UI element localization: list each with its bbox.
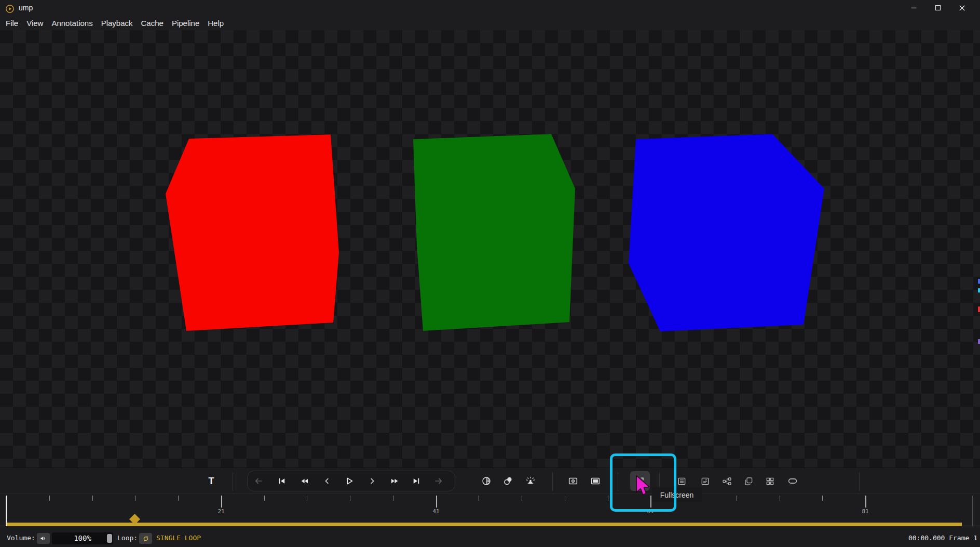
fast-forward-button[interactable] [386, 473, 403, 489]
step-back-button[interactable] [319, 473, 335, 489]
timeline-tick [479, 496, 479, 501]
render-frame-icon-button[interactable] [565, 473, 581, 489]
maximize-button[interactable] [926, 0, 950, 16]
app-logo-play-icon [5, 4, 15, 14]
menu-item-view[interactable]: View [22, 17, 47, 30]
timeline-frame-label: 21 [217, 508, 224, 515]
volume-slider[interactable]: 100% [52, 532, 113, 544]
timeline-tick [865, 496, 866, 508]
backlight-icon-button[interactable] [522, 473, 539, 489]
menu-bar: FileViewAnnotationsPlaybackCachePipeline… [0, 16, 980, 30]
volume-label: Volume: [7, 534, 35, 542]
timeline-edge-marker [978, 306, 980, 312]
title-bar: ump [0, 0, 980, 16]
play-button[interactable] [341, 473, 358, 489]
loop-mode-value: SINGLE LOOP [156, 534, 201, 542]
red-cube-face [166, 135, 339, 331]
timeline-tick [307, 496, 307, 501]
mouse-cursor [634, 475, 652, 501]
layout-grid-icon-button[interactable] [761, 473, 778, 489]
timeline-tick [608, 496, 608, 501]
color-cylinder-icon-button[interactable] [500, 473, 516, 489]
toolbar-divider [552, 472, 553, 491]
status-bar: Volume: 100% Loop: SINGLE LOOP 00:00.000… [0, 527, 980, 547]
layers-icon-button[interactable] [740, 473, 757, 489]
green-cube-face [413, 134, 575, 331]
timeline-tick [393, 496, 393, 501]
step-forward-button[interactable] [364, 473, 380, 489]
toolbar-divider [233, 472, 233, 491]
display-mask-icon-button[interactable] [587, 473, 604, 489]
timeline-tick [780, 496, 780, 501]
cache-progress-bar [6, 523, 962, 526]
timeline-frame-label: 81 [862, 508, 868, 515]
render-shapes [0, 30, 980, 468]
skip-to-start-button[interactable] [274, 473, 290, 489]
window-controls [902, 0, 974, 16]
toolbar-divider [859, 472, 860, 491]
menu-item-annotations[interactable]: Annotations [47, 17, 97, 30]
skip-to-end-button[interactable] [408, 473, 425, 489]
contrast-icon-button[interactable] [478, 473, 495, 489]
jump-to-previous-arrow-button[interactable] [250, 473, 267, 489]
volume-slider-handle[interactable] [107, 534, 112, 543]
jump-to-next-arrow-button[interactable] [430, 473, 447, 489]
playhead[interactable] [6, 496, 7, 526]
timeline-tick [221, 496, 222, 508]
node-graph-icon-button[interactable] [718, 473, 735, 489]
menu-item-playback[interactable]: Playback [97, 17, 137, 30]
timeline-frame-label: 41 [432, 508, 439, 515]
timeline-tick [436, 496, 437, 508]
close-button[interactable] [950, 0, 974, 16]
menu-item-pipeline[interactable]: Pipeline [168, 17, 203, 30]
playback-toolbar: T [0, 468, 980, 493]
timeline-tick [92, 496, 93, 501]
timeline-edge-marker [978, 288, 980, 292]
timeline-tick [350, 496, 350, 501]
menu-item-file[interactable]: File [2, 17, 22, 30]
viewport-canvas[interactable] [0, 30, 980, 468]
timeline-tick [522, 496, 522, 501]
timeline-tick [178, 496, 179, 501]
timeline-right-border [972, 496, 973, 526]
timeline-ruler[interactable]: 21416181 [0, 493, 980, 526]
timecode-display: 00:00.000 Frame 1 [908, 534, 977, 542]
volume-value: 100% [52, 534, 113, 542]
letterbox-icon-button[interactable] [784, 473, 801, 489]
loop-mode-button[interactable] [139, 533, 152, 544]
timeline-tick [264, 496, 265, 501]
fast-rewind-button[interactable] [296, 473, 313, 489]
mute-button[interactable] [37, 533, 50, 544]
timeline-edge-marker [978, 279, 980, 284]
blue-cube-face [629, 134, 824, 331]
timeline-tick [49, 496, 50, 501]
minimize-button[interactable] [902, 0, 926, 16]
menu-item-help[interactable]: Help [203, 17, 228, 30]
timeline-tick [565, 496, 565, 501]
timeline-tick [737, 496, 737, 501]
timeline-tick [822, 496, 823, 501]
timeline-tick [135, 496, 135, 501]
annotation-text-tool-label: T [209, 476, 214, 487]
loop-label: Loop: [117, 534, 138, 542]
app-title: ump [19, 4, 33, 12]
menu-item-cache[interactable]: Cache [137, 17, 168, 30]
timeline-edge-marker [978, 339, 980, 344]
annotation-text-tool-button[interactable]: T [203, 473, 220, 489]
